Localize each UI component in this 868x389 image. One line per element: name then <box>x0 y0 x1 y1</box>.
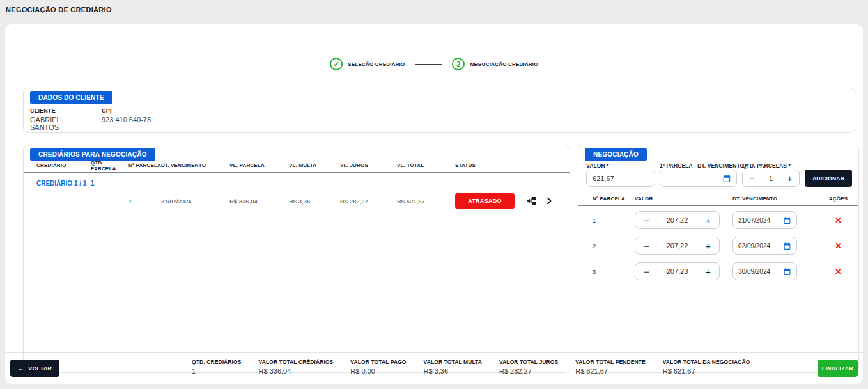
summary-valor-total-crediarios: VALOR TOTAL CRÉDIÁRIOS R$ 336,04 <box>259 359 334 375</box>
summary-valor-total-pendente: VALOR TOTAL PENDENTE R$ 621,67 <box>575 359 646 375</box>
finalizar-button[interactable]: FINALIZAR <box>818 360 858 377</box>
cell-status: ATRASADO <box>455 193 522 209</box>
app: NEGOCIAÇÃO DE CREDIÁRIO ✓ SELEÇÃO CREDIÁ… <box>0 0 868 389</box>
col-parcela-data: DT. VENCIMENTO <box>732 196 826 202</box>
cell-vl-juros: R$ 282,27 <box>340 198 397 205</box>
step-selecao-crediario[interactable]: ✓ SELEÇÃO CREDIÁRIO <box>330 58 405 70</box>
primeira-parcela-date-input[interactable] <box>665 175 717 182</box>
calendar-icon[interactable] <box>783 216 791 225</box>
cell-dt-vencimento: 31/07/2024 <box>161 198 229 205</box>
col-parcela-valor: VALOR <box>635 196 732 202</box>
client-panel-badge: DADOS DO CLIENTE <box>30 91 112 104</box>
parcela-row-2: 2 − 207,22 + 02/09/2024 ✕ <box>578 233 858 258</box>
step-negociacao-crediario[interactable]: 2 NEGOCIAÇÃO CREDIÁRIO <box>452 58 538 70</box>
col-vl-total: VL. TOTAL <box>397 163 455 168</box>
parcela-1-remove-button[interactable]: ✕ <box>826 216 851 225</box>
parcela-2-numero: 2 <box>593 242 635 250</box>
col-status: STATUS <box>455 163 522 168</box>
cell-vl-total: R$ 621,67 <box>397 198 455 205</box>
client-cpf-label: CPF <box>102 107 151 114</box>
share-network-icon[interactable] <box>526 196 536 205</box>
parcela-2-valor[interactable]: 207,22 <box>667 242 688 250</box>
client-name-value: GABRIEL SANTOS <box>30 116 88 131</box>
parcela-row-3: 3 − 207,23 + 30/09/2024 ✕ <box>578 258 858 284</box>
voltar-button[interactable]: ← VOLTAR <box>10 360 59 377</box>
valor-label: VALOR * <box>586 163 609 169</box>
stepper-connector <box>415 64 442 65</box>
negociacao-panel-badge: NEGOCIAÇÃO <box>585 148 647 161</box>
parcela-2-plus-button[interactable]: + <box>705 241 711 251</box>
parcela-3-date-field[interactable]: 30/09/2024 <box>732 262 826 280</box>
summary-valor-total-multa: VALOR TOTAL MULTA R$ 3,36 <box>424 359 482 375</box>
parcela-3-data: 30/09/2024 <box>738 268 770 275</box>
check-icon: ✓ <box>334 60 339 68</box>
primeira-parcela-label: 1ª PARCELA - DT. VENCIMENTO * <box>660 163 748 169</box>
client-panel: DADOS DO CLIENTE CLIENTE GABRIEL SANTOS … <box>23 88 855 133</box>
parcela-1-minus-button[interactable]: − <box>644 216 649 225</box>
chevron-right-icon[interactable] <box>546 197 552 205</box>
parcela-1-valor[interactable]: 207,22 <box>667 216 688 224</box>
cell-vl-multa: R$ 3,36 <box>289 198 340 205</box>
calendar-icon[interactable] <box>783 242 791 250</box>
col-dt-vencimento: DT. VENCIMENTO <box>161 163 229 168</box>
parcela-3-minus-button[interactable]: − <box>644 267 649 276</box>
arrow-left-icon: ← <box>18 365 24 372</box>
step1-circle: ✓ <box>330 58 343 70</box>
negociacao-panel: NEGOCIAÇÃO VALOR * 1ª PARCELA - DT. VENC… <box>578 145 859 373</box>
parcela-2-date-field[interactable]: 02/09/2024 <box>732 237 826 255</box>
col-vl-parcela: VL. PARCELA <box>229 163 289 168</box>
col-qtd-parcela: QTD. PARCELA <box>91 160 128 171</box>
parcela-1-numero: 1 <box>593 217 635 224</box>
client-cpf-value: 923.410.640-78 <box>102 116 151 123</box>
col-parcela-n: Nº PARCELA <box>593 196 635 202</box>
client-cpf-field: CPF 923.410.640-78 <box>102 107 151 131</box>
parcela-3-valor[interactable]: 207,23 <box>667 267 688 275</box>
parcela-3-remove-button[interactable]: ✕ <box>826 267 851 276</box>
cell-vl-parcela: R$ 336,04 <box>229 198 289 205</box>
qtd-parcelas-value[interactable]: 1 <box>769 175 773 182</box>
calendar-icon[interactable] <box>722 174 731 183</box>
parcela-3-valor-stepper: − 207,23 + <box>635 262 732 280</box>
client-name-label: CLIENTE <box>30 107 88 114</box>
cell-n-parcela: 1 <box>128 198 161 205</box>
parcela-2-minus-button[interactable]: − <box>644 241 649 251</box>
col-parcela-acoes: AÇÕES <box>826 196 851 202</box>
step2-label: NEGOCIAÇÃO CREDIÁRIO <box>470 61 538 67</box>
summary-valor-total-juros: VALOR TOTAL JUROS R$ 282,27 <box>499 359 558 375</box>
summary-valor-total-negociacao: VALOR TOTAL DA NEGOCIAÇÃO R$ 621,67 <box>663 359 750 375</box>
primeira-parcela-date-field[interactable] <box>660 170 737 187</box>
parcela-1-date-field[interactable]: 31/07/2024 <box>732 211 826 229</box>
row-actions <box>522 196 564 205</box>
parcela-2-remove-button[interactable]: ✕ <box>826 241 851 251</box>
step1-label: SELEÇÃO CREDIÁRIO <box>348 61 405 67</box>
col-vl-juros: VL. JUROS <box>340 163 397 168</box>
parcela-2-data: 02/09/2024 <box>738 242 770 250</box>
valor-input[interactable] <box>586 170 655 187</box>
qtd-parcelas-stepper: − 1 + <box>742 170 800 187</box>
calendar-icon[interactable] <box>783 267 791 276</box>
stepper: ✓ SELEÇÃO CREDIÁRIO 2 NEGOCIAÇÃO CREDIÁR… <box>5 58 863 70</box>
footer-bar: ← VOLTAR QTD. CREDIÁRIOS 1 VALOR TOTAL C… <box>5 352 863 385</box>
voltar-label: VOLTAR <box>28 365 52 372</box>
step2-circle: 2 <box>452 58 465 70</box>
page-title: NEGOCIAÇÃO DE CREDIÁRIO <box>6 6 112 13</box>
parcela-3-numero: 3 <box>593 268 635 275</box>
qtd-parcelas-label: QTD. PARCELAS * <box>742 163 791 169</box>
qtd-minus-button[interactable]: − <box>749 173 755 183</box>
parcela-1-data: 31/07/2024 <box>738 217 770 224</box>
crediario-group-link[interactable]: CREDIÁRIO 1 / 1 <box>36 180 91 187</box>
summary-qtd-crediarios: QTD. CREDIÁRIOS 1 <box>192 359 242 375</box>
col-vl-multa: VL. MULTA <box>289 163 340 168</box>
adicionar-button[interactable]: ADICIONAR <box>805 170 852 187</box>
crediario-parcel-row: 1 31/07/2024 R$ 336,04 R$ 3,36 R$ 282,27… <box>24 187 570 214</box>
main-card: ✓ SELEÇÃO CREDIÁRIO 2 NEGOCIAÇÃO CREDIÁR… <box>5 24 863 384</box>
parcela-1-plus-button[interactable]: + <box>705 216 711 225</box>
status-badge-atrasado: ATRASADO <box>455 193 515 209</box>
crediarios-panel: CREDIÁRIOS PARA NEGOCIAÇÃO CREDIÁRIO QTD… <box>23 145 570 373</box>
parcela-3-plus-button[interactable]: + <box>705 267 711 276</box>
summary-valor-total-pago: VALOR TOTAL PAGO R$ 0,00 <box>350 359 406 375</box>
client-name-field: CLIENTE GABRIEL SANTOS <box>30 107 88 131</box>
parcelas-table-header: Nº PARCELA VALOR DT. VENCIMENTO AÇÕES <box>578 191 858 206</box>
col-crediario: CREDIÁRIO <box>36 163 91 168</box>
qtd-plus-button[interactable]: + <box>787 173 793 183</box>
